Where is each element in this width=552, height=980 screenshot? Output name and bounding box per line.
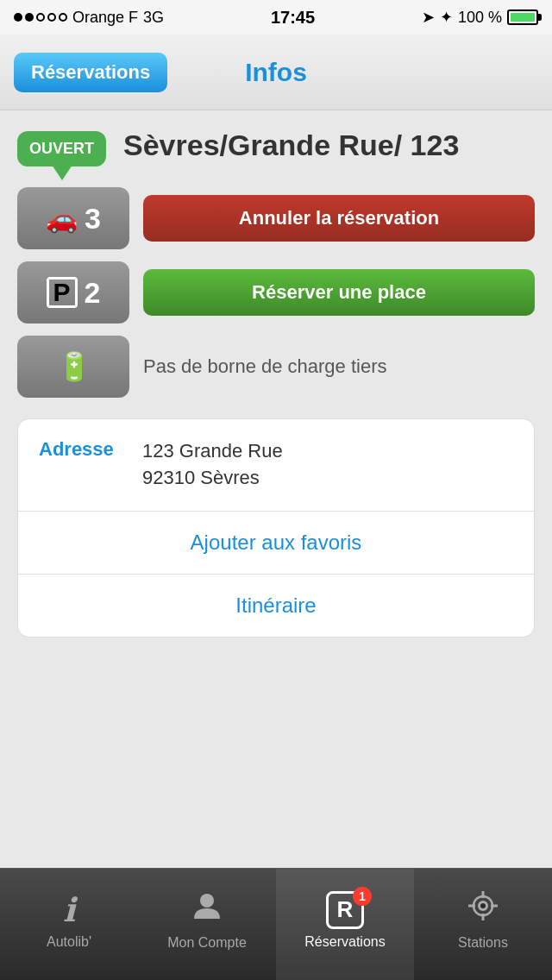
person-icon xyxy=(191,889,223,930)
parking-icon: P xyxy=(47,277,78,308)
location-icon: ➤ xyxy=(422,8,435,27)
dot-2 xyxy=(25,13,34,22)
station-header: OUVERT Sèvres/Grande Rue/ 123 xyxy=(17,128,535,166)
reserve-place-button[interactable]: Réserver une place xyxy=(143,269,535,316)
reservations-badge: 1 xyxy=(353,887,372,906)
favorites-row[interactable]: Ajouter aux favoris xyxy=(18,512,534,575)
car-icon: 🚗 xyxy=(46,204,78,234)
tab-bar: ℹ Autolib' Mon Compte R 1 Réservations xyxy=(0,868,552,980)
status-bar: Orange F 3G 17:45 ➤ ✦ 100 % xyxy=(0,0,552,35)
status-left: Orange F 3G xyxy=(14,9,164,27)
tab-stations-label: Stations xyxy=(458,935,508,951)
charge-row: 🔋 Pas de borne de charge tiers xyxy=(17,336,535,398)
station-name: Sèvres/Grande Rue/ 123 xyxy=(123,128,459,163)
dot-1 xyxy=(14,13,22,22)
main-content: OUVERT Sèvres/Grande Rue/ 123 🚗 3 Annule… xyxy=(0,110,552,655)
address-line1: 123 Grande Rue xyxy=(142,438,283,465)
cars-icon-box: 🚗 3 xyxy=(17,187,129,249)
parking-count: 2 xyxy=(85,276,101,310)
parking-row: P 2 Réserver une place xyxy=(17,261,535,324)
bluetooth-icon: ✦ xyxy=(440,8,453,27)
battery-icon xyxy=(507,9,538,25)
battery-charge-icon-box: 🔋 xyxy=(17,336,129,398)
cars-count: 3 xyxy=(85,202,101,236)
dot-3 xyxy=(36,13,45,22)
cancel-reservation-button[interactable]: Annuler la réservation xyxy=(143,195,535,242)
tab-autolib-label: Autolib' xyxy=(47,934,91,950)
time-label: 17:45 xyxy=(271,8,315,28)
network-label: 3G xyxy=(143,9,164,27)
tab-account[interactable]: Mon Compte xyxy=(138,869,276,980)
nav-header: Réservations Infos xyxy=(0,35,552,110)
signal-dots xyxy=(14,13,67,22)
r-box: R 1 xyxy=(326,891,364,929)
page-title: Infos xyxy=(245,58,307,87)
info-rows: 🚗 3 Annuler la réservation P 2 Réserver … xyxy=(17,187,535,398)
status-badge: OUVERT xyxy=(17,131,106,166)
address-line2: 92310 Sèvres xyxy=(142,465,283,492)
address-label: Adresse xyxy=(39,438,134,461)
stations-icon xyxy=(467,889,499,930)
address-row: Adresse 123 Grande Rue 92310 Sèvres xyxy=(18,419,534,512)
favorites-link[interactable]: Ajouter aux favoris xyxy=(39,531,513,555)
dot-4 xyxy=(47,13,56,22)
itinerary-row[interactable]: Itinéraire xyxy=(18,575,534,637)
itinerary-link[interactable]: Itinéraire xyxy=(39,594,513,618)
carrier-label: Orange F xyxy=(72,9,138,27)
status-right: ➤ ✦ 100 % xyxy=(422,8,538,27)
info-icon: ℹ xyxy=(63,891,75,929)
svg-point-0 xyxy=(200,894,214,908)
battery-charge-icon: 🔋 xyxy=(57,350,90,383)
cars-row: 🚗 3 Annuler la réservation xyxy=(17,187,535,249)
tab-account-label: Mon Compte xyxy=(167,935,247,951)
reservations-icon: R 1 xyxy=(326,891,364,929)
address-value: 123 Grande Rue 92310 Sèvres xyxy=(142,438,283,492)
back-button[interactable]: Réservations xyxy=(14,53,167,92)
svg-point-2 xyxy=(480,903,486,908)
dot-5 xyxy=(59,13,67,22)
tab-reservations-label: Réservations xyxy=(304,934,385,950)
tab-stations[interactable]: Stations xyxy=(414,869,552,980)
battery-percent: 100 % xyxy=(458,9,502,27)
tab-reservations[interactable]: R 1 Réservations xyxy=(276,869,414,980)
charge-status-text: Pas de borne de charge tiers xyxy=(143,355,535,378)
tab-autolib[interactable]: ℹ Autolib' xyxy=(0,869,138,980)
parking-icon-box: P 2 xyxy=(17,261,129,324)
info-card: Adresse 123 Grande Rue 92310 Sèvres Ajou… xyxy=(17,418,535,638)
